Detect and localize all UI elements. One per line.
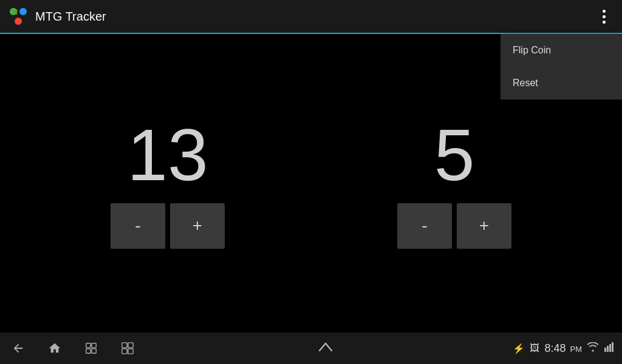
player2-section: 5 - + (397, 118, 511, 249)
ampm-display: PM (570, 345, 583, 354)
nav-icons-left (7, 337, 138, 359)
svg-point-2 (15, 18, 22, 25)
svg-rect-12 (604, 348, 606, 352)
svg-rect-6 (86, 349, 91, 353)
back-button[interactable] (7, 337, 29, 359)
flip-coin-menu-item[interactable]: Flip Coin (501, 34, 622, 67)
center-nav (138, 342, 513, 354)
player1-decrement-button[interactable]: - (111, 203, 165, 249)
overflow-menu-button[interactable] (593, 5, 615, 27)
player1-button-row: - + (111, 203, 225, 249)
svg-rect-15 (612, 342, 613, 352)
signal-icon (604, 342, 615, 355)
player2-life-count: 5 (406, 118, 503, 191)
player2-increment-button[interactable]: + (457, 203, 511, 249)
app-title: MTG Tracker (35, 10, 593, 24)
player2-button-row: - + (397, 203, 511, 249)
wifi-icon (587, 342, 599, 354)
svg-rect-11 (128, 349, 133, 354)
player1-increment-button[interactable]: + (170, 203, 225, 249)
up-arrow-button[interactable] (318, 342, 333, 354)
svg-rect-14 (609, 344, 611, 352)
svg-rect-10 (122, 349, 127, 354)
app-icon: 🌿 (7, 5, 29, 27)
time-display: 8:48 (544, 342, 566, 354)
svg-text:🌿: 🌿 (12, 9, 18, 15)
grid-button[interactable] (117, 337, 138, 359)
status-time: 8:48 PM (544, 342, 582, 355)
reset-menu-item[interactable]: Reset (501, 67, 622, 99)
player2-decrement-button[interactable]: - (397, 203, 452, 249)
dot1 (603, 10, 606, 13)
svg-rect-9 (128, 343, 133, 348)
top-bar: 🌿 MTG Tracker (0, 0, 622, 34)
svg-point-1 (19, 8, 27, 15)
dot3 (603, 21, 606, 24)
image-icon: 🖼 (530, 343, 539, 354)
svg-rect-8 (122, 343, 127, 348)
player1-section: 13 - + (111, 118, 225, 249)
player1-life-count: 13 (119, 118, 216, 191)
svg-rect-5 (92, 343, 96, 348)
usb-icon: ⚡ (513, 343, 525, 354)
status-icons: ⚡ 🖼 8:48 PM (513, 342, 615, 355)
dot2 (603, 15, 606, 18)
svg-rect-4 (86, 343, 91, 348)
svg-rect-7 (92, 349, 96, 353)
home-button[interactable] (44, 337, 66, 359)
svg-rect-13 (607, 346, 609, 352)
recent-apps-button[interactable] (80, 337, 102, 359)
bottom-bar: ⚡ 🖼 8:48 PM (0, 332, 622, 364)
dropdown-menu: Flip Coin Reset (501, 34, 622, 99)
